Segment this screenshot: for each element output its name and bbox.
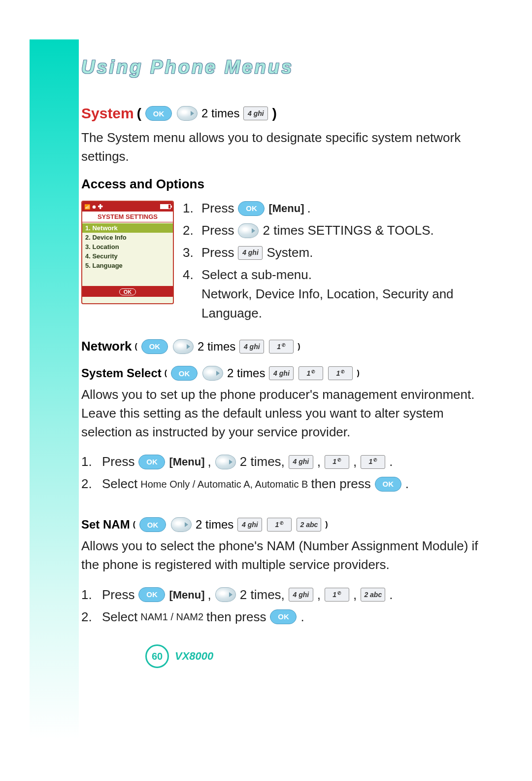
key-2abc: 2 abc bbox=[297, 518, 321, 532]
menu-label: [Menu] bbox=[169, 454, 204, 470]
options: Home Only / Automatic A, Automatic B bbox=[140, 477, 308, 492]
step-num: 2. bbox=[81, 607, 93, 627]
right-arrow-icon bbox=[215, 587, 236, 602]
options: NAM1 / NAM2 bbox=[140, 609, 203, 624]
then-press: then press bbox=[311, 474, 370, 494]
step-num: 1. bbox=[81, 452, 93, 471]
step-num: 1. bbox=[183, 199, 195, 218]
paren: ) bbox=[298, 342, 300, 351]
select: Select bbox=[102, 474, 137, 494]
ok-button-icon: OK bbox=[171, 366, 198, 381]
ok-button-icon: OK bbox=[375, 477, 401, 492]
phone-softkey-bar: OK bbox=[82, 286, 173, 297]
system-select-desc: Allows you to set up the phone producer'… bbox=[81, 386, 485, 441]
select: Select bbox=[102, 607, 137, 627]
system-select-steps: 1. Press OK [Menu], 2 times, 4 ghi, 1✆, … bbox=[81, 452, 485, 494]
right-arrow-icon bbox=[177, 106, 198, 121]
step1-tail: 2 times, bbox=[240, 452, 285, 471]
key-4ghi: 4 ghi bbox=[289, 588, 313, 602]
step-num: 3. bbox=[183, 243, 195, 262]
step4-b: Network, Device Info, Location, Security… bbox=[201, 286, 454, 320]
phone-item-security: 4. Security bbox=[82, 251, 173, 261]
side-gradient bbox=[30, 39, 79, 740]
phone-screenshot: 📶 ⏺ ✚ SYSTEM SETTINGS 1. Network 2. Devi… bbox=[81, 201, 174, 304]
ok-button-icon: OK bbox=[139, 517, 166, 532]
two-times: 2 times bbox=[227, 366, 265, 380]
ok-button-icon: OK bbox=[138, 587, 165, 602]
set-nam-desc: Allows you to select the phone's NAM (Nu… bbox=[81, 537, 485, 574]
paren: ( bbox=[135, 342, 137, 351]
two-times: 2 times bbox=[198, 340, 235, 354]
right-arrow-icon bbox=[215, 455, 236, 469]
menu-label: [Menu] bbox=[169, 587, 204, 603]
ok-button-icon: OK bbox=[141, 339, 168, 354]
right-arrow-icon bbox=[202, 366, 223, 381]
press: Press bbox=[102, 452, 134, 471]
phone-item-deviceinfo: 2. Device Info bbox=[82, 233, 173, 242]
press: Press bbox=[201, 199, 234, 218]
ok-button-icon: OK bbox=[138, 455, 165, 469]
two-times: 2 times bbox=[201, 106, 239, 120]
right-arrow-icon bbox=[173, 339, 194, 354]
key-1: 1✆ bbox=[325, 455, 349, 469]
phone-item-location: 3. Location bbox=[82, 242, 173, 251]
press: Press bbox=[201, 243, 234, 262]
paren: ) bbox=[325, 520, 328, 529]
system-steps: 1. Press OK [Menu]. 2. Press 2 times SET… bbox=[180, 199, 485, 323]
system-intro: The System menu allows you to designate … bbox=[81, 129, 485, 166]
key-1: 1✆ bbox=[269, 340, 294, 354]
press: Press bbox=[102, 585, 134, 604]
section-system-select: System Select bbox=[81, 366, 162, 380]
key-1: 1✆ bbox=[267, 518, 292, 532]
paren: ( bbox=[133, 520, 135, 529]
phone-statusbar: 📶 ⏺ ✚ bbox=[82, 202, 173, 212]
step3-tail: System. bbox=[266, 243, 313, 262]
paren: ( bbox=[137, 106, 141, 121]
network-heading-line: Network ( OK 2 times 4 ghi 1✆ ) bbox=[81, 339, 485, 354]
battery-icon bbox=[160, 204, 171, 209]
ok-button-icon: OK bbox=[238, 201, 265, 216]
page-footer: 60 VX8000 bbox=[145, 644, 213, 668]
key-4ghi: 4 ghi bbox=[243, 106, 268, 120]
key-2abc: 2 abc bbox=[361, 588, 385, 602]
phone-item-language: 5. Language bbox=[82, 261, 173, 270]
page-number: 60 bbox=[145, 644, 169, 668]
press: Press bbox=[201, 221, 234, 240]
chapter-title: Using Phone Menus bbox=[81, 57, 485, 78]
phone-screen-title: SYSTEM SETTINGS bbox=[82, 212, 173, 222]
then-press: then press bbox=[206, 607, 266, 627]
step-num: 2. bbox=[81, 474, 93, 494]
step2-tail: 2 times SETTINGS & TOOLS. bbox=[263, 221, 433, 240]
set-nam-steps: 1. Press OK [Menu], 2 times, 4 ghi, 1✆, … bbox=[81, 585, 485, 627]
page-content: Using Phone Menus System ( OK 2 times 4 … bbox=[81, 57, 485, 630]
system-heading-line: System ( OK 2 times 4 ghi ) bbox=[81, 105, 485, 122]
paren: ) bbox=[357, 369, 359, 378]
paren: ) bbox=[272, 106, 276, 121]
key-4ghi: 4 ghi bbox=[289, 455, 313, 469]
key-1: 1✆ bbox=[325, 588, 349, 602]
status-icons: 📶 ⏺ ✚ bbox=[84, 204, 103, 210]
paren: ( bbox=[165, 369, 167, 378]
phone-item-network: 1. Network bbox=[82, 223, 173, 233]
step-num: 1. bbox=[81, 585, 93, 604]
key-1: 1✆ bbox=[361, 455, 385, 469]
key-4ghi: 4 ghi bbox=[239, 340, 264, 354]
right-arrow-icon bbox=[238, 223, 259, 238]
menu-label: [Menu] bbox=[268, 200, 304, 216]
step1-tail: 2 times, bbox=[240, 585, 285, 604]
system-steps-block: 📶 ⏺ ✚ SYSTEM SETTINGS 1. Network 2. Devi… bbox=[81, 199, 485, 326]
set-nam-heading-line: Set NAM ( OK 2 times 4 ghi 1✆ 2 abc ) bbox=[81, 517, 485, 532]
section-network: Network bbox=[81, 339, 132, 354]
system-select-heading-line: System Select ( OK 2 times 4 ghi 1✆ 1✆ ) bbox=[81, 366, 485, 381]
ok-button-icon: OK bbox=[270, 609, 297, 624]
access-options-heading: Access and Options bbox=[81, 177, 485, 192]
key-4ghi: 4 ghi bbox=[238, 246, 263, 260]
two-times: 2 times bbox=[196, 518, 233, 532]
phone-menu-list: 1. Network 2. Device Info 3. Location 4.… bbox=[82, 222, 173, 272]
phone-softkey-ok: OK bbox=[119, 288, 136, 295]
step-num: 4. bbox=[183, 265, 195, 284]
key-1: 1✆ bbox=[299, 366, 323, 380]
model-label: VX8000 bbox=[175, 650, 213, 663]
right-arrow-icon bbox=[171, 517, 192, 532]
step-num: 2. bbox=[183, 221, 195, 240]
